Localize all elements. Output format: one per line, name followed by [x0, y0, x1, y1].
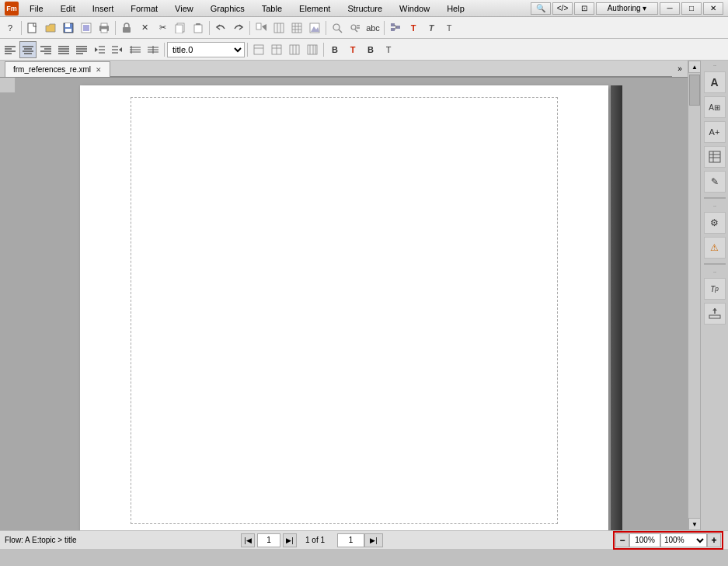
print-button[interactable] — [96, 19, 113, 36]
revert-button[interactable] — [78, 19, 95, 36]
text-bold[interactable]: T — [405, 19, 422, 36]
indent-left-button[interactable] — [91, 41, 108, 58]
menu-table[interactable]: Table — [256, 2, 288, 15]
zoom-dropdown[interactable]: 100% 75% 125% 150% Fit Page — [660, 533, 707, 547]
cut-button[interactable]: ✂ — [154, 19, 171, 36]
tb-col3[interactable] — [286, 41, 303, 58]
minimize-button[interactable]: ─ — [660, 2, 680, 15]
help-button[interactable]: ? — [2, 19, 19, 36]
text-style-t2[interactable]: T — [380, 41, 397, 58]
svg-rect-83 — [709, 151, 720, 162]
align-extra2-button[interactable] — [145, 41, 162, 58]
menu-edit[interactable]: Edit — [54, 2, 82, 15]
zoom-input[interactable] — [629, 533, 660, 547]
redo-button[interactable] — [230, 19, 247, 36]
tb-separator — [326, 21, 326, 35]
menu-view[interactable]: View — [169, 2, 200, 15]
close-button[interactable]: ✕ — [703, 2, 723, 15]
undo-button[interactable] — [212, 19, 229, 36]
rp-text-button[interactable]: A — [704, 71, 726, 93]
status-flow-text: Flow: A E:topic > title — [5, 536, 235, 544]
svg-rect-16 — [274, 23, 284, 33]
tb-col1[interactable] — [250, 41, 267, 58]
copy-button[interactable] — [172, 19, 189, 36]
rp-para-button[interactable]: A+ — [704, 121, 726, 143]
new-button[interactable] — [24, 19, 41, 36]
zoom-in-button[interactable]: + — [707, 533, 721, 547]
table-button[interactable] — [288, 19, 305, 36]
svg-rect-32 — [396, 26, 400, 29]
restore-button[interactable]: □ — [681, 2, 702, 15]
svg-rect-2 — [65, 23, 70, 27]
indent-right-button[interactable] — [109, 41, 126, 58]
text-style-b[interactable]: B — [326, 41, 343, 58]
struct-btn1[interactable] — [387, 19, 404, 36]
svg-rect-8 — [101, 29, 107, 33]
svg-marker-89 — [712, 308, 717, 311]
align-center-button[interactable] — [19, 41, 37, 58]
align-left-button[interactable] — [2, 41, 19, 58]
scroll-down-button[interactable]: ▼ — [688, 518, 701, 530]
tb-col4[interactable] — [304, 41, 321, 58]
structure-button[interactable]: ⊡ — [574, 2, 594, 15]
text-normal[interactable]: T — [441, 19, 458, 36]
spell-button[interactable]: abc — [364, 19, 381, 36]
svg-rect-14 — [256, 23, 261, 30]
status-bar: Flow: A E:topic > title |◀ ▶| 1 of 1 ▶| … — [0, 530, 728, 549]
menu-help[interactable]: Help — [441, 2, 471, 15]
save-button[interactable] — [60, 19, 77, 36]
text-style-b2[interactable]: B — [362, 41, 379, 58]
rp-char-button[interactable]: A⊞ — [704, 96, 726, 118]
svg-rect-3 — [65, 29, 71, 32]
menu-file[interactable]: File — [23, 2, 50, 15]
column-button[interactable] — [270, 19, 287, 36]
delete-button[interactable]: ✕ — [136, 19, 153, 36]
authoring-dropdown[interactable]: Authoring ▾ — [596, 2, 658, 15]
graphic-button[interactable] — [306, 19, 323, 36]
align-right-button[interactable] — [37, 41, 54, 58]
rp-upload-button[interactable] — [704, 303, 726, 325]
scroll-up-button[interactable]: ▲ — [688, 61, 701, 73]
open-button[interactable] — [42, 19, 59, 36]
rp-typography-button[interactable]: Tp — [704, 278, 726, 300]
lock-button[interactable] — [118, 19, 135, 36]
page-area[interactable] — [0, 78, 688, 530]
zoom-out-button[interactable]: − — [615, 533, 629, 547]
panel-toggle-button[interactable]: » — [672, 61, 688, 77]
paste-button[interactable] — [190, 19, 207, 36]
svg-rect-87 — [709, 315, 720, 318]
scroll-track[interactable] — [688, 73, 700, 518]
text-italic[interactable]: T — [423, 19, 440, 36]
rp-warning-button[interactable]: ⚠ — [704, 237, 726, 259]
menu-structure[interactable]: Structure — [341, 2, 388, 15]
nav-next-button[interactable]: ▶| — [283, 533, 297, 547]
rp-table-button[interactable] — [704, 146, 726, 168]
menu-element[interactable]: Element — [293, 2, 336, 15]
page-field2[interactable] — [337, 533, 364, 547]
code-button[interactable]: </> — [552, 2, 573, 15]
find-replace-button[interactable] — [347, 19, 364, 36]
align-justify-button[interactable] — [55, 41, 72, 58]
find-button[interactable] — [329, 19, 346, 36]
page-input[interactable] — [257, 533, 280, 547]
document-tab[interactable]: frm_references_re.xml ✕ — [5, 61, 110, 77]
tb-col2[interactable] — [268, 41, 285, 58]
menu-format[interactable]: Format — [124, 2, 164, 15]
search-button[interactable]: 🔍 — [531, 2, 551, 15]
align-extra1-button[interactable] — [127, 41, 144, 58]
menu-graphics[interactable]: Graphics — [204, 2, 251, 15]
scroll-thumb[interactable] — [689, 75, 700, 106]
text-style-t1[interactable]: T — [344, 41, 361, 58]
tab-close-button[interactable]: ✕ — [96, 66, 102, 74]
nav-last-button[interactable]: ▶| — [364, 533, 383, 547]
menu-window[interactable]: Window — [393, 2, 436, 15]
vertical-scrollbar[interactable]: ▲ ▼ — [688, 61, 700, 530]
rp-settings-button[interactable]: ⚙ — [704, 212, 726, 234]
insert-button[interactable] — [253, 19, 270, 36]
svg-rect-5 — [83, 25, 89, 31]
align-full-button[interactable] — [73, 41, 90, 58]
nav-first-button[interactable]: |◀ — [241, 533, 255, 547]
paragraph-style-dropdown[interactable]: title.0 — [167, 42, 245, 57]
rp-edit-button[interactable]: ✎ — [704, 171, 726, 193]
menu-insert[interactable]: Insert — [86, 2, 120, 15]
